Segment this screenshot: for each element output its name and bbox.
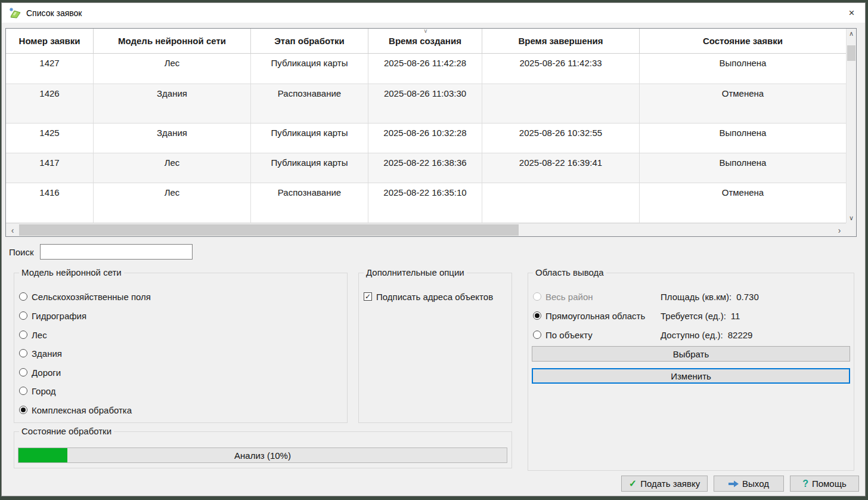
- dialog-window: Список заявок × ∨ Номер заявки Модель не…: [1, 2, 866, 496]
- options-group-title: Дополнительные опции: [364, 267, 467, 277]
- window-title: Список заявок: [26, 8, 82, 18]
- radio-selected-icon: [19, 406, 27, 414]
- requests-table: ∨ Номер заявки Модель нейронной сети Эта…: [5, 28, 857, 237]
- model-groupbox: Модель нейронной сети Сельскохозяйственн…: [14, 273, 348, 423]
- column-header-request-number[interactable]: Номер заявки: [6, 29, 94, 53]
- scroll-up-icon[interactable]: ∧: [847, 29, 856, 39]
- radio-agriculture-fields[interactable]: Сельскохозяйственные поля: [19, 290, 151, 303]
- table-cell: [482, 84, 640, 123]
- table-cell: 1416: [6, 183, 94, 223]
- table-cell: Отменена: [640, 183, 846, 223]
- table-cell: 1426: [6, 84, 94, 123]
- app-icon: [9, 7, 21, 19]
- sort-indicator-icon[interactable]: ∨: [418, 28, 433, 34]
- radio-disabled-icon: [533, 292, 541, 301]
- radio-icon: [19, 387, 27, 395]
- column-header-finished[interactable]: Время завершения: [482, 29, 640, 53]
- stat-area: Площадь (кв.км): 0.730: [661, 290, 759, 303]
- search-input[interactable]: [40, 244, 193, 260]
- vertical-scroll-thumb[interactable]: [847, 45, 855, 61]
- change-button[interactable]: Изменить: [532, 368, 850, 384]
- radio-rectangular-area[interactable]: Прямоугольная область: [533, 309, 645, 322]
- radio-icon: [19, 331, 27, 339]
- select-button[interactable]: Выбрать: [532, 346, 850, 362]
- table-cell: Публикация карты: [251, 54, 368, 84]
- stat-area-value: 0.730: [736, 292, 759, 302]
- radio-complex-processing[interactable]: Комплексная обработка: [19, 403, 132, 416]
- table-cell: Публикация карты: [251, 153, 368, 183]
- table-cell: 2025-08-22 16:35:10: [368, 183, 482, 223]
- radio-icon: [19, 349, 27, 357]
- table-cell: 2025-08-22 16:38:36: [368, 153, 482, 183]
- radio-selected-icon: [533, 311, 541, 320]
- table-row[interactable]: 1425 Здания Публикация карты 2025-08-26 …: [6, 124, 846, 153]
- table-row[interactable]: 1427 Лес Публикация карты 2025-08-26 11:…: [6, 54, 846, 84]
- table-row[interactable]: 1417 Лес Публикация карты 2025-08-22 16:…: [6, 153, 846, 183]
- radio-roads[interactable]: Дороги: [19, 366, 61, 379]
- stat-required: Требуется (ед.): 11: [661, 309, 740, 322]
- radio-icon: [19, 292, 27, 301]
- scroll-right-icon[interactable]: ›: [833, 224, 846, 236]
- help-button[interactable]: ? Помощь: [790, 476, 859, 492]
- table-cell: Здания: [94, 84, 251, 123]
- radio-forest[interactable]: Лес: [19, 328, 47, 341]
- radio-by-object[interactable]: По объекту: [533, 328, 593, 341]
- table-cell: 2025-08-26 10:32:55: [482, 124, 640, 153]
- radio-icon: [19, 311, 27, 320]
- radio-city[interactable]: Город: [19, 384, 56, 397]
- column-header-stage[interactable]: Этап обработки: [251, 29, 368, 53]
- progress-group-title: Состояние обработки: [19, 426, 114, 436]
- desktop-background: Список заявок × ∨ Номер заявки Модель не…: [0, 0, 868, 500]
- checkbox-label-addresses[interactable]: ✓ Подписать адреса объектов: [364, 290, 493, 303]
- radio-hydrography[interactable]: Гидрография: [19, 309, 86, 322]
- radio-icon: [19, 368, 27, 376]
- stat-required-value: 11: [731, 311, 740, 321]
- table-cell: Выполнена: [640, 124, 846, 153]
- question-icon: ?: [802, 479, 808, 489]
- table-cell: Здания: [94, 124, 251, 153]
- submit-request-button[interactable]: ✓ Подать заявку: [621, 476, 708, 492]
- window-titlebar[interactable]: Список заявок ×: [2, 3, 865, 23]
- horizontal-scroll-thumb[interactable]: [19, 224, 519, 236]
- exit-button[interactable]: Выход: [714, 476, 784, 492]
- table-cell: Лес: [94, 54, 251, 84]
- column-header-model[interactable]: Модель нейронной сети: [94, 29, 251, 53]
- output-group-title: Область вывода: [533, 267, 606, 277]
- scroll-left-icon[interactable]: ‹: [6, 224, 19, 236]
- table-cell: 2025-08-26 11:03:30: [368, 84, 482, 123]
- table-cell: Отменена: [640, 84, 846, 123]
- scroll-down-icon[interactable]: ∨: [847, 213, 856, 223]
- radio-icon: [533, 331, 541, 339]
- stat-available-value: 82229: [728, 330, 753, 340]
- table-cell: 1427: [6, 54, 94, 84]
- progress-bar-label: Анализ (10%): [18, 448, 507, 462]
- horizontal-scrollbar[interactable]: ‹ ›: [6, 223, 846, 236]
- column-header-state[interactable]: Состояние заявки: [640, 29, 846, 53]
- table-cell: Распознавание: [251, 84, 368, 123]
- table-row[interactable]: 1426 Здания Распознавание 2025-08-26 11:…: [6, 84, 846, 124]
- table-cell: 2025-08-22 16:39:41: [482, 153, 640, 183]
- checkbox-checked-icon: ✓: [364, 292, 372, 301]
- table-row[interactable]: 1416 Лес Распознавание 2025-08-22 16:35:…: [6, 183, 846, 223]
- arrow-right-icon: [728, 480, 739, 487]
- table-cell: 2025-08-26 10:32:28: [368, 124, 482, 153]
- progress-groupbox: Состояние обработки Анализ (10%): [14, 431, 512, 468]
- output-groupbox: Область вывода Весь район Прямоугольная …: [528, 273, 854, 471]
- table-cell: Публикация карты: [251, 124, 368, 153]
- table-cell: Выполнена: [640, 153, 846, 183]
- vertical-scrollbar[interactable]: ∧ ∨: [846, 29, 856, 223]
- stat-available: Доступно (ед.): 82229: [661, 328, 752, 341]
- table-cell: Распознавание: [251, 183, 368, 223]
- close-icon[interactable]: ×: [838, 3, 865, 23]
- table-cell: Выполнена: [640, 54, 846, 84]
- table-cell: Лес: [94, 183, 251, 223]
- options-groupbox: Дополнительные опции ✓ Подписать адреса …: [358, 273, 512, 423]
- model-group-title: Модель нейронной сети: [19, 267, 124, 277]
- radio-buildings[interactable]: Здания: [19, 347, 62, 360]
- check-icon: ✓: [629, 479, 637, 489]
- table-cell: 1417: [6, 153, 94, 183]
- progress-bar: Анализ (10%): [18, 447, 507, 463]
- search-label: Поиск: [9, 247, 34, 257]
- scrollbar-corner: [846, 223, 856, 236]
- radio-whole-district: Весь район: [533, 290, 593, 303]
